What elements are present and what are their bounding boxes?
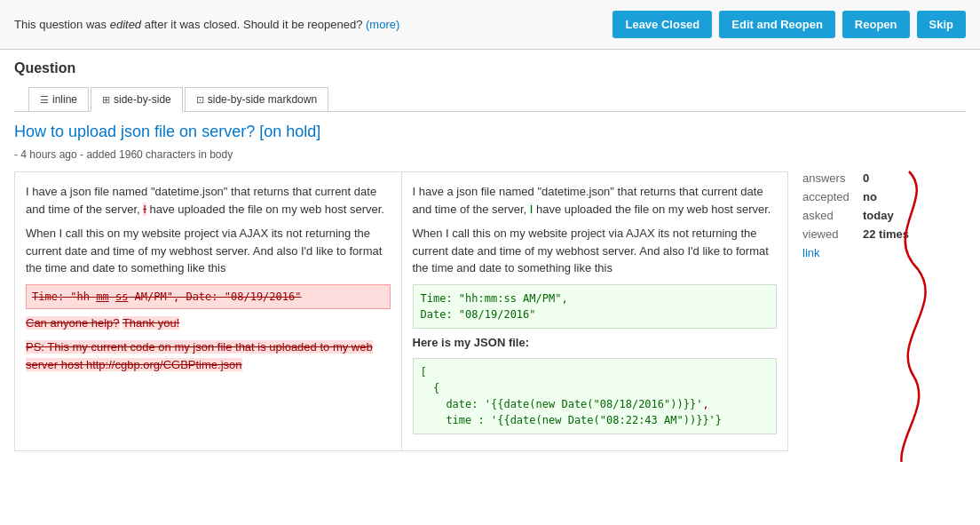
asked-value: today: [863, 209, 894, 222]
right-para2: When I call this on my website project v…: [413, 225, 778, 277]
tab-inline-label: inline: [52, 93, 77, 106]
asked-row: asked today: [802, 209, 966, 222]
viewed-row: viewed 22 times: [802, 227, 966, 241]
main-content: Question ☰ inline ⊞ side-by-side ⊡ side-…: [0, 50, 980, 462]
more-link[interactable]: (more): [366, 18, 399, 31]
left-deleted-code: Time: "hh mm ss AM/PM", Date: "08/19/201…: [26, 284, 391, 309]
tab-inline[interactable]: ☰ inline: [28, 87, 89, 111]
asked-label: asked: [802, 209, 856, 222]
diff-area: I have a json file named "datetime.json"…: [14, 171, 788, 451]
right-added-span: I: [530, 203, 533, 216]
tab-side-by-side-markdown[interactable]: ⊡ side-by-side markdown: [185, 87, 328, 111]
left-del-thankyou: Thank you!: [122, 316, 179, 330]
diff-left-column: I have a json file named "datetime.json"…: [15, 172, 402, 450]
banner-message: This question was edited after it was cl…: [14, 18, 612, 31]
link-anchor[interactable]: link: [802, 246, 820, 259]
answers-label: answers: [802, 171, 856, 185]
answers-row: answers 0: [802, 171, 966, 185]
leave-closed-button[interactable]: Leave Closed: [612, 11, 712, 38]
viewed-value: 22 times: [863, 227, 909, 241]
right-code-block: Time: "hh:mm:ss AM/PM", Date: "08/19/201…: [413, 284, 778, 329]
diff-right-column: I have a json file named "datetime.json"…: [402, 172, 788, 450]
diff-columns: I have a json file named "datetime.json"…: [14, 171, 788, 462]
answers-value: 0: [863, 171, 869, 185]
banner-button-group: Leave Closed Edit and Reopen Reopen Skip: [612, 11, 966, 38]
left-deleted-span: I: [143, 203, 146, 216]
side-by-side-icon: ⊞: [102, 94, 110, 106]
reopen-banner: This question was edited after it was cl…: [0, 0, 980, 50]
accepted-row: accepted no: [802, 190, 966, 203]
left-deleted-text1: Can anyone help? Thank you!: [26, 314, 391, 332]
content-area: I have a json file named "datetime.json"…: [14, 171, 966, 462]
side-by-side-markdown-icon: ⊡: [196, 94, 204, 106]
inline-icon: ☰: [40, 94, 49, 106]
banner-italic: edited: [110, 18, 141, 31]
left-del-cananyonehelp: Can anyone help?: [26, 316, 120, 330]
edit-reopen-button[interactable]: Edit and Reopen: [719, 11, 835, 38]
tab-side-by-side-label: side-by-side: [114, 93, 171, 106]
viewed-label: viewed: [802, 227, 856, 241]
edit-info: - 4 hours ago - added 1960 characters in…: [14, 148, 966, 161]
right-sidebar: answers 0 accepted no asked today viewed…: [788, 171, 966, 462]
left-del-ps: PS: This my current code on my json file…: [26, 340, 373, 371]
skip-button[interactable]: Skip: [917, 11, 966, 38]
tab-side-by-side[interactable]: ⊞ side-by-side: [91, 87, 183, 112]
accepted-label: accepted: [802, 190, 856, 203]
left-para1: I have a json file named "datetime.json"…: [26, 183, 391, 218]
right-para1: I have a json file named "datetime.json"…: [413, 183, 778, 218]
tab-side-by-side-markdown-label: side-by-side markdown: [208, 93, 317, 106]
accepted-value: no: [863, 190, 877, 203]
diff-tab-bar: ☰ inline ⊞ side-by-side ⊡ side-by-side m…: [14, 87, 966, 112]
right-here-is-json: Here is my JSON file:: [413, 336, 530, 349]
left-deleted-ps: PS: This my current code on my json file…: [26, 338, 391, 373]
question-title[interactable]: How to upload json file on server? [on h…: [14, 123, 966, 141]
red-annotation-svg: [856, 163, 962, 462]
right-json-code: [ { date: '{{date(new Date("08/18/2016")…: [413, 358, 778, 434]
right-added-text: Here is my JSON file:: [413, 334, 778, 352]
left-para2: When I call this on my website project v…: [26, 225, 391, 277]
reopen-button[interactable]: Reopen: [842, 11, 910, 38]
section-label: Question: [14, 60, 966, 76]
